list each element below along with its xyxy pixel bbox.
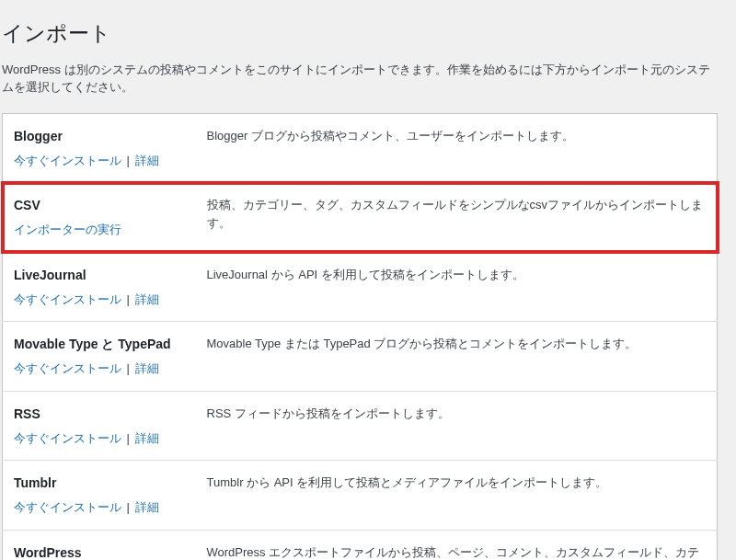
importer-name-cell: Movable Type と TypePad今すぐインストール | 詳細 xyxy=(3,322,196,392)
importer-name-cell: Blogger今すぐインストール | 詳細 xyxy=(3,113,196,183)
separator: | xyxy=(121,292,135,306)
importer-desc-cell: RSS フィードから投稿をインポートします。 xyxy=(196,391,718,461)
install-now-link[interactable]: 今すぐインストール xyxy=(14,154,121,167)
importer-desc-cell: Tumblr から API を利用して投稿とメディアファイルをインポートします。 xyxy=(196,461,718,531)
importer-desc-cell: Movable Type または TypePad ブログから投稿とコメントをイン… xyxy=(196,322,718,392)
install-now-link[interactable]: 今すぐインストール xyxy=(14,500,121,514)
importer-title: Tumblr xyxy=(14,474,185,493)
importer-row: CSVインポーターの実行投稿、カテゴリー、タグ、カスタムフィールドをシンプルなc… xyxy=(3,183,718,253)
importer-title: Movable Type と TypePad xyxy=(14,335,185,354)
importer-name-cell: Tumblr今すぐインストール | 詳細 xyxy=(3,461,196,531)
importer-desc-cell: WordPress エクスポートファイルから投稿、ページ、コメント、カスタムフィ… xyxy=(196,530,718,560)
importer-actions: 今すぐインストール | 詳細 xyxy=(14,152,185,170)
details-link[interactable]: 詳細 xyxy=(135,361,159,375)
importer-title: LiveJournal xyxy=(14,266,185,285)
importer-title: RSS xyxy=(14,405,185,424)
importer-description: Movable Type または TypePad ブログから投稿とコメントをイン… xyxy=(207,335,707,353)
importer-desc-cell: 投稿、カテゴリー、タグ、カスタムフィールドをシンプルなcsvファイルからインポー… xyxy=(196,183,718,253)
importer-desc-cell: Blogger ブログから投稿やコメント、ユーザーをインポートします。 xyxy=(196,113,718,183)
importer-description: Blogger ブログから投稿やコメント、ユーザーをインポートします。 xyxy=(207,127,707,145)
page-title: インポート xyxy=(2,9,718,53)
importer-row: Movable Type と TypePad今すぐインストール | 詳細Mova… xyxy=(3,322,718,392)
importer-name-cell: WordPress今すぐインストール | 詳細 xyxy=(3,530,196,560)
install-now-link[interactable]: 今すぐインストール xyxy=(14,292,121,306)
importer-description: WordPress エクスポートファイルから投稿、ページ、コメント、カスタムフィ… xyxy=(207,543,707,561)
importer-title: CSV xyxy=(14,196,185,215)
importer-row: LiveJournal今すぐインストール | 詳細LiveJournal から … xyxy=(3,252,718,322)
details-link[interactable]: 詳細 xyxy=(135,500,159,514)
importers-table: Blogger今すぐインストール | 詳細Blogger ブログから投稿やコメン… xyxy=(2,113,718,561)
separator: | xyxy=(121,154,135,167)
importer-name-cell: CSVインポーターの実行 xyxy=(3,183,196,253)
details-link[interactable]: 詳細 xyxy=(135,292,159,306)
importer-desc-cell: LiveJournal から API を利用して投稿をインポートします。 xyxy=(196,252,718,322)
importer-description: Tumblr から API を利用して投稿とメディアファイルをインポートします。 xyxy=(207,474,707,492)
importer-row: RSS今すぐインストール | 詳細RSS フィードから投稿をインポートします。 xyxy=(3,391,718,461)
importer-name-cell: LiveJournal今すぐインストール | 詳細 xyxy=(3,252,196,322)
importer-actions: 今すぐインストール | 詳細 xyxy=(14,429,185,448)
importer-row: Tumblr今すぐインストール | 詳細Tumblr から API を利用して投… xyxy=(3,461,718,531)
importer-row: Blogger今すぐインストール | 詳細Blogger ブログから投稿やコメン… xyxy=(3,113,718,183)
importer-name-cell: RSS今すぐインストール | 詳細 xyxy=(3,391,196,461)
intro-text: WordPress は別のシステムの投稿やコメントをこのサイトにインポートできま… xyxy=(2,61,718,97)
importer-title: WordPress xyxy=(14,543,185,561)
separator: | xyxy=(121,500,135,514)
importer-actions: 今すぐインストール | 詳細 xyxy=(14,498,185,517)
details-link[interactable]: 詳細 xyxy=(135,431,159,445)
separator: | xyxy=(121,361,135,375)
install-now-link[interactable]: 今すぐインストール xyxy=(14,431,121,445)
importer-actions: 今すぐインストール | 詳細 xyxy=(14,291,185,309)
separator: | xyxy=(121,431,135,445)
run-importer-link[interactable]: インポーターの実行 xyxy=(14,223,121,236)
importer-actions: 今すぐインストール | 詳細 xyxy=(14,360,185,378)
importer-description: 投稿、カテゴリー、タグ、カスタムフィールドをシンプルなcsvファイルからインポー… xyxy=(207,196,707,232)
details-link[interactable]: 詳細 xyxy=(135,154,159,167)
importer-actions: インポーターの実行 xyxy=(14,221,185,239)
importer-description: RSS フィードから投稿をインポートします。 xyxy=(207,405,707,423)
importer-description: LiveJournal から API を利用して投稿をインポートします。 xyxy=(207,266,707,284)
install-now-link[interactable]: 今すぐインストール xyxy=(14,361,121,375)
importer-row: WordPress今すぐインストール | 詳細WordPress エクスポートフ… xyxy=(3,530,718,560)
importer-title: Blogger xyxy=(14,127,185,146)
